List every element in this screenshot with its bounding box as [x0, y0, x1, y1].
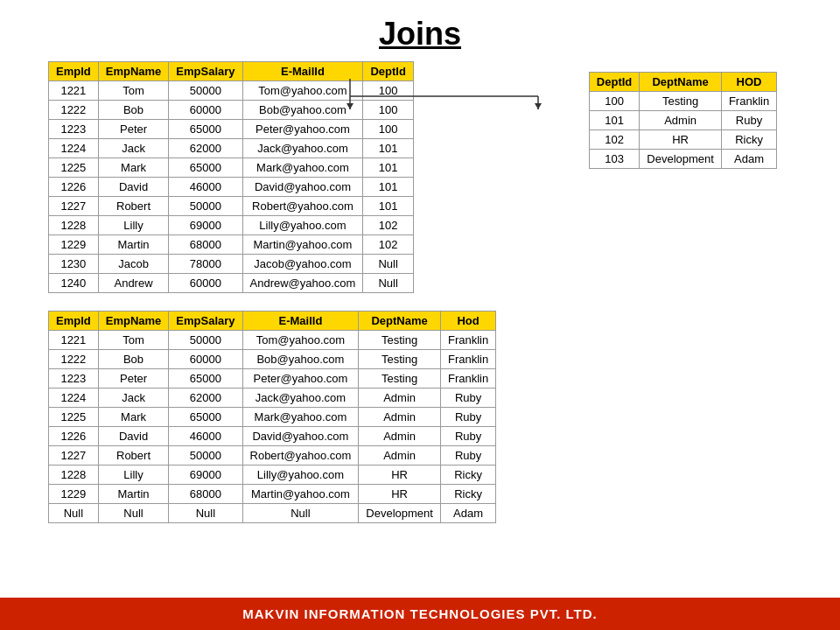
- table-cell: Lilly: [98, 216, 169, 235]
- join-col-header: EmpName: [98, 312, 169, 331]
- table-cell: Mark: [98, 158, 169, 178]
- table-row: 1227Robert50000Robert@yahoo.com101: [49, 197, 414, 216]
- table-cell: Adam: [440, 504, 495, 523]
- table-cell: Mark: [98, 408, 169, 427]
- table-cell: Ruby: [440, 388, 495, 408]
- table-row: 1221Tom50000Tom@yahoo.comTestingFranklin: [49, 331, 496, 350]
- table-cell: 102: [363, 216, 413, 235]
- table-cell: 1225: [49, 408, 99, 427]
- table-cell: 62000: [169, 139, 242, 158]
- table-cell: Admin: [359, 446, 441, 466]
- table-row: 1229Martin68000Martin@yahoo.com102: [49, 235, 414, 255]
- table-cell: HR: [640, 130, 722, 150]
- table-cell: Ricky: [440, 485, 495, 504]
- table-cell: 1226: [49, 427, 99, 446]
- table-row: 1224Jack62000Jack@yahoo.com101: [49, 139, 414, 158]
- table-cell: 101: [363, 178, 413, 197]
- table-cell: 102: [363, 235, 413, 255]
- table-row: 103DevelopmentAdam: [589, 150, 776, 169]
- table-cell: Development: [640, 150, 722, 169]
- svg-marker-4: [346, 103, 354, 109]
- table-cell: 1229: [49, 235, 99, 255]
- table-row: 1230Jacob78000Jacob@yahoo.comNull: [49, 255, 414, 274]
- table-cell: Admin: [359, 408, 441, 427]
- table-cell: 62000: [169, 388, 242, 408]
- join-result-section: EmpIdEmpNameEmpSalaryE-MailIdDeptNameHod…: [0, 293, 840, 523]
- table-row: 1225Mark65000Mark@yahoo.com101: [49, 158, 414, 178]
- table-cell: Null: [49, 504, 99, 523]
- table-cell: 50000: [169, 197, 242, 216]
- table-cell: HR: [359, 485, 441, 504]
- join-header-row: EmpIdEmpNameEmpSalaryE-MailIdDeptNameHod: [49, 312, 496, 331]
- table-cell: Mark@yahoo.com: [242, 408, 359, 427]
- table-cell: 69000: [169, 216, 242, 235]
- table-cell: Ricky: [440, 466, 495, 485]
- table-cell: Martin@yahoo.com: [242, 235, 363, 255]
- table-cell: Andrew: [98, 274, 169, 293]
- svg-marker-5: [535, 103, 542, 109]
- table-cell: Ruby: [440, 446, 495, 466]
- table-cell: 1228: [49, 466, 99, 485]
- table-cell: 1240: [49, 274, 99, 293]
- table-cell: 46000: [169, 178, 242, 197]
- table-row: 1223Peter65000Peter@yahoo.com100: [49, 120, 414, 139]
- join-result-table: EmpIdEmpNameEmpSalaryE-MailIdDeptNameHod…: [48, 311, 496, 523]
- table-row: 1224Jack62000Jack@yahoo.comAdminRuby: [49, 388, 496, 408]
- table-cell: Peter@yahoo.com: [242, 120, 363, 139]
- table-cell: 65000: [169, 120, 242, 139]
- table-cell: Jack: [98, 139, 169, 158]
- table-cell: Tom@yahoo.com: [242, 331, 359, 350]
- table-cell: Robert@yahoo.com: [242, 446, 359, 466]
- table-row: 1240Andrew60000Andrew@yahoo.comNull: [49, 274, 414, 293]
- table-cell: Jack@yahoo.com: [242, 139, 363, 158]
- table-cell: 1223: [49, 369, 99, 388]
- table-cell: Null: [169, 504, 242, 523]
- table-row: 102HRRicky: [589, 130, 776, 150]
- table-cell: 65000: [169, 408, 242, 427]
- table-cell: Ruby: [440, 408, 495, 427]
- table-cell: 1229: [49, 485, 99, 504]
- join-col-header: EmpSalary: [169, 312, 242, 331]
- join-col-header: E-MailId: [242, 312, 359, 331]
- table-cell: Robert: [98, 446, 169, 466]
- table-cell: 65000: [169, 369, 242, 388]
- table-cell: 60000: [169, 274, 242, 293]
- table-cell: Jack@yahoo.com: [242, 388, 359, 408]
- table-cell: 68000: [169, 485, 242, 504]
- table-cell: Robert@yahoo.com: [242, 197, 363, 216]
- table-cell: 60000: [169, 350, 242, 369]
- table-row: 1222Bob60000Bob@yahoo.comTestingFranklin: [49, 350, 496, 369]
- footer-text: MAKVIN INFORMATION TECHNOLOGIES PVT. LTD…: [242, 606, 597, 621]
- table-cell: Lilly@yahoo.com: [242, 216, 363, 235]
- table-cell: 1222: [49, 350, 99, 369]
- table-row: 1228Lilly69000Lilly@yahoo.comHRRicky: [49, 466, 496, 485]
- table-row: 1229Martin68000Martin@yahoo.comHRRicky: [49, 485, 496, 504]
- table-cell: Lilly: [98, 466, 169, 485]
- table-cell: 1224: [49, 388, 99, 408]
- table-cell: 68000: [169, 235, 242, 255]
- table-cell: 1223: [49, 120, 99, 139]
- table-cell: Jack: [98, 388, 169, 408]
- table-cell: Martin: [98, 235, 169, 255]
- connector-lines: [48, 79, 748, 114]
- table-cell: 1221: [49, 331, 99, 350]
- table-cell: Development: [359, 504, 441, 523]
- table-row: 1228Lilly69000Lilly@yahoo.com102: [49, 216, 414, 235]
- table-cell: 101: [363, 158, 413, 178]
- table-cell: Testing: [359, 331, 441, 350]
- join-col-header: DeptName: [359, 312, 441, 331]
- table-cell: Tom: [98, 331, 169, 350]
- table-cell: Robert: [98, 197, 169, 216]
- join-table-body: 1221Tom50000Tom@yahoo.comTestingFranklin…: [49, 331, 496, 523]
- table-cell: Null: [363, 274, 413, 293]
- table-cell: 101: [363, 197, 413, 216]
- table-cell: Martin@yahoo.com: [242, 485, 359, 504]
- table-cell: 1226: [49, 178, 99, 197]
- table-cell: 50000: [169, 331, 242, 350]
- table-cell: 69000: [169, 466, 242, 485]
- table-cell: 1224: [49, 139, 99, 158]
- join-col-header: EmpId: [49, 312, 99, 331]
- table-cell: Mark@yahoo.com: [242, 158, 363, 178]
- table-cell: Bob@yahoo.com: [242, 350, 359, 369]
- table-row: 1227Robert50000Robert@yahoo.comAdminRuby: [49, 446, 496, 466]
